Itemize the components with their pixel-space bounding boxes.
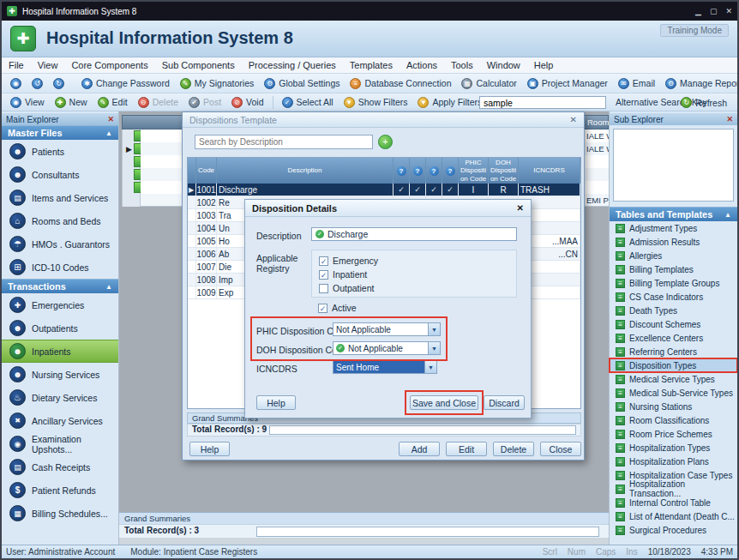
menu-file[interactable]: File bbox=[2, 60, 31, 70]
menu-tools[interactable]: Tools bbox=[444, 60, 480, 70]
panel-close-icon[interactable]: ✕ bbox=[726, 115, 733, 123]
outpatient-checkbox[interactable] bbox=[319, 284, 328, 293]
menu-templates[interactable]: Templates bbox=[343, 60, 400, 70]
menu-view[interactable]: View bbox=[31, 60, 65, 70]
menu-actions[interactable]: Actions bbox=[400, 60, 444, 70]
sidebar-item-cash-receipts[interactable]: Cash Receipts bbox=[2, 455, 118, 479]
sidebar-item-outpatients[interactable]: Outpatients bbox=[2, 316, 118, 340]
sidebar-item-patients[interactable]: Patients bbox=[2, 140, 118, 163]
post-button[interactable]: ✔Post bbox=[183, 95, 226, 110]
chevron-down-icon[interactable] bbox=[424, 361, 436, 373]
tt-item-medical-sub-service-types[interactable]: Medical Sub-Service Types bbox=[610, 386, 737, 400]
manage-report-settings-button[interactable]: ⚙Manage Report Settings bbox=[660, 76, 739, 91]
chevron-down-icon[interactable] bbox=[428, 342, 440, 354]
section-tables-and-templates[interactable]: Tables and Templates▲ bbox=[610, 207, 737, 221]
column-code[interactable]: Code bbox=[196, 158, 217, 184]
inpatient-checkbox-row[interactable]: Inpatient bbox=[319, 269, 367, 280]
column-description[interactable]: Description bbox=[217, 158, 394, 184]
add-button[interactable]: Add bbox=[399, 442, 440, 456]
save-and-close-button[interactable]: Save and Close bbox=[410, 395, 478, 410]
edit-button[interactable]: Edit bbox=[446, 442, 487, 456]
sub-explorer-listbox[interactable] bbox=[613, 129, 734, 202]
column-flag-4[interactable] bbox=[442, 158, 459, 184]
column-flag-1[interactable] bbox=[394, 158, 410, 184]
close-button[interactable]: Close bbox=[540, 442, 581, 456]
dialog-close-icon[interactable]: ✕ bbox=[517, 203, 524, 213]
tt-item-room-price-schemes[interactable]: Room Price Schemes bbox=[610, 427, 737, 441]
menu-processing-queries[interactable]: Processing / Queries bbox=[242, 60, 343, 70]
table-row[interactable]: 1001 Discharge I R TRASH bbox=[188, 184, 580, 196]
home-button[interactable]: ◉ bbox=[5, 76, 27, 91]
project-manager-button[interactable]: ▣Project Manager bbox=[522, 76, 613, 91]
emergency-checkbox[interactable] bbox=[319, 256, 328, 266]
tt-item-medical-service-types[interactable]: Medical Service Types bbox=[610, 372, 737, 386]
global-settings-button[interactable]: ⚙Global Settings bbox=[259, 76, 345, 91]
tt-item-nursing-stations[interactable]: Nursing Stations bbox=[610, 400, 737, 413]
tt-item-discount-schemes[interactable]: Discount Schemes bbox=[610, 317, 737, 331]
outpatient-checkbox-row[interactable]: Outpatient bbox=[319, 283, 374, 293]
email-button[interactable]: ✉Email bbox=[613, 76, 660, 91]
undo-button[interactable]: ↺ bbox=[27, 76, 48, 91]
tt-item-excellence-centers[interactable]: Excellence Centers bbox=[610, 331, 737, 345]
delete-button[interactable]: Delete bbox=[493, 442, 534, 456]
sidebar-item-examination-upshots[interactable]: Examination Upshots... bbox=[2, 432, 118, 455]
tt-item-room-classifications[interactable]: Room Classifications bbox=[610, 413, 737, 427]
sidebar-item-billing-schedules[interactable]: Billing Schedules... bbox=[2, 502, 118, 525]
refresh-button[interactable]: ↻Refresh bbox=[676, 95, 732, 110]
tt-item-admission-results[interactable]: Admission Results bbox=[610, 235, 737, 249]
database-connection-button[interactable]: ≡Database Connection bbox=[345, 76, 456, 91]
tt-item-surgical-procedures[interactable]: Surgical Procedures bbox=[610, 523, 737, 537]
tt-item-adjustment-types[interactable]: Adjustment Types bbox=[610, 221, 737, 235]
sidebar-item-rooms-and-beds[interactable]: Rooms and Beds bbox=[2, 209, 118, 232]
sidebar-item-inpatients[interactable]: Inpatients bbox=[2, 340, 118, 363]
tt-item-billing-templates[interactable]: Billing Templates bbox=[610, 262, 737, 276]
tt-item-cs-case-indicators[interactable]: CS Case Indicators bbox=[610, 290, 737, 304]
help-button[interactable]: Help bbox=[256, 395, 296, 410]
sidebar-item-consultants[interactable]: Consultants bbox=[2, 163, 118, 186]
help-button[interactable]: Help bbox=[189, 442, 230, 456]
sidebar-item-hmos-guarantors[interactable]: HMOs . Guarantors bbox=[2, 232, 118, 256]
edit-button[interactable]: ✎Edit bbox=[93, 95, 133, 110]
tt-item-hospitalization-types[interactable]: Hospitalization Types bbox=[610, 441, 737, 455]
tt-item-death-types[interactable]: Death Types bbox=[610, 304, 737, 317]
section-transactions[interactable]: Transactions▲ bbox=[2, 279, 118, 293]
menu-core-components[interactable]: Core Components bbox=[64, 60, 154, 70]
sidebar-item-patient-refunds[interactable]: Patient Refunds bbox=[2, 479, 118, 502]
sidebar-item-dietary-services[interactable]: Dietary Services bbox=[2, 386, 118, 409]
sidebar-item-nursing-services[interactable]: Nursing Services bbox=[2, 363, 118, 386]
description-field[interactable]: Discharge bbox=[311, 227, 517, 241]
icncdrs-combobox[interactable]: Sent Home bbox=[333, 360, 437, 374]
add-disposition-icon[interactable] bbox=[378, 135, 393, 149]
change-password-button[interactable]: ✱Change Password bbox=[76, 76, 175, 91]
delete-button[interactable]: ⊖Delete bbox=[133, 95, 183, 110]
tt-item-referring-centers[interactable]: Referring Centers bbox=[610, 345, 737, 358]
dialog-close-icon[interactable]: ✕ bbox=[570, 115, 577, 124]
active-checkbox-row[interactable]: Active bbox=[318, 303, 357, 313]
tt-item-allergies[interactable]: Allergies bbox=[610, 249, 737, 262]
column-doh[interactable]: DOH Disposition Code bbox=[489, 158, 519, 184]
close-icon[interactable]: ✕ bbox=[725, 7, 732, 15]
sidebar-item-items-and-services[interactable]: Items and Services bbox=[2, 186, 118, 209]
tt-item-disposition-types[interactable]: Disposition Types bbox=[610, 358, 737, 372]
tt-item-hospitalization-plans[interactable]: Hospitalization Plans bbox=[610, 455, 737, 468]
discard-button[interactable]: Discard bbox=[484, 395, 525, 410]
search-by-description-input[interactable] bbox=[195, 135, 373, 149]
column-flag-2[interactable] bbox=[410, 158, 426, 184]
select-all-button[interactable]: ✓Select All bbox=[277, 95, 339, 110]
inpatient-checkbox[interactable] bbox=[319, 270, 328, 280]
sidebar-item-icd10-codes[interactable]: ICD-10 Codes bbox=[2, 256, 118, 279]
column-phic[interactable]: PHIC Disposition Code bbox=[459, 158, 489, 184]
sidebar-item-ancillary-services[interactable]: Ancillary Services bbox=[2, 409, 118, 432]
search-input[interactable] bbox=[479, 96, 606, 109]
tt-item-billing-template-groups[interactable]: Billing Template Groups bbox=[610, 276, 737, 290]
chevron-down-icon[interactable] bbox=[428, 323, 440, 335]
emergency-checkbox-row[interactable]: Emergency bbox=[319, 256, 378, 266]
menu-sub-components[interactable]: Sub Components bbox=[155, 60, 242, 70]
calculator-button[interactable]: ▦Calculator bbox=[456, 76, 521, 91]
tt-item-list-of-attendant[interactable]: List of Attendant (Death C... bbox=[610, 509, 737, 523]
minimize-icon[interactable]: ▁ bbox=[695, 7, 701, 15]
sidebar-item-emergencies[interactable]: Emergencies bbox=[2, 293, 118, 316]
new-button[interactable]: ✚New bbox=[50, 95, 93, 110]
doh-code-combobox[interactable]: Not Applicable bbox=[333, 341, 441, 355]
phic-code-combobox[interactable]: Not Applicable bbox=[333, 322, 441, 336]
